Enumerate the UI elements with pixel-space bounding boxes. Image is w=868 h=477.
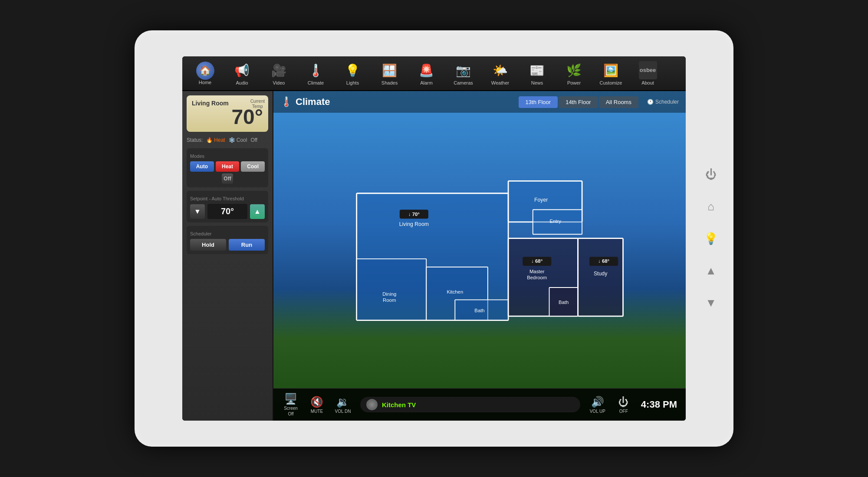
power-nav-icon: 🌿 bbox=[565, 61, 583, 79]
nav-customize[interactable]: 🖼️ Customize bbox=[592, 59, 629, 87]
status-cool[interactable]: ❄️ Cool bbox=[229, 137, 247, 143]
main-content: Living Room CurrentTemp 70° Status: 🔥 He… bbox=[182, 91, 686, 421]
about-nav-icon: osbee bbox=[639, 61, 657, 79]
time-display: 4:38 PM bbox=[641, 399, 677, 410]
bottom-bar: 🖥️ Screen Off 🔇 MUTE 🔉 VOL DN Kitc bbox=[273, 388, 686, 421]
vol-up-button[interactable]: 🔊 VOL UP bbox=[589, 396, 606, 414]
nav-lights[interactable]: 💡 Lights bbox=[334, 59, 371, 87]
news-nav-icon: 📰 bbox=[528, 61, 546, 79]
nav-alarm-label: Alarm bbox=[420, 80, 433, 85]
hold-button[interactable]: Hold bbox=[190, 239, 226, 251]
mute-label: MUTE bbox=[311, 409, 323, 414]
temp-value: 70° bbox=[192, 107, 263, 127]
nav-video-label: Video bbox=[273, 80, 285, 85]
mode-cool-button[interactable]: Cool bbox=[241, 161, 265, 172]
tablet-screen: 🏠 Home 📢 Audio 🎥 Video 🌡️ Climate 💡 Ligh… bbox=[182, 56, 686, 421]
power-button[interactable]: ⏻ bbox=[701, 165, 720, 184]
floor-tab-13[interactable]: 13th Floor bbox=[519, 96, 558, 108]
entry-label: Entry bbox=[549, 218, 561, 223]
off-button[interactable]: ⏻ OFF bbox=[615, 396, 632, 414]
right-bezel-controls: ⏻ ⌂ 💡 ▲ ▼ bbox=[701, 165, 720, 312]
nav-home-label: Home bbox=[199, 80, 211, 85]
master-bedroom-label: Master bbox=[529, 268, 545, 274]
vol-up-icon: 🔊 bbox=[591, 396, 604, 408]
setpoint-label: Setpoint - Auto Threshold bbox=[190, 196, 265, 201]
nav-cameras-label: Cameras bbox=[454, 80, 473, 85]
nav-power[interactable]: 🌿 Power bbox=[556, 59, 592, 87]
master-bedroom-label2: Bedroom bbox=[527, 275, 547, 280]
foyer-label: Foyer bbox=[534, 196, 548, 203]
modes-grid: Auto Heat Cool Off bbox=[190, 161, 265, 184]
scheduler-label: Scheduler bbox=[190, 231, 265, 236]
bath-bottom-label: Bath bbox=[474, 307, 484, 313]
nav-shades[interactable]: 🪟 Shades bbox=[371, 59, 408, 87]
nav-shades-label: Shades bbox=[381, 80, 398, 85]
nav-cameras[interactable]: 📷 Cameras bbox=[445, 59, 482, 87]
status-off[interactable]: Off bbox=[250, 137, 257, 143]
down-bezel-button[interactable]: ▼ bbox=[701, 293, 720, 312]
nav-lights-label: Lights bbox=[346, 80, 359, 85]
weather-nav-icon: 🌤️ bbox=[491, 61, 510, 79]
floor-tab-14[interactable]: 14th Floor bbox=[559, 96, 598, 108]
heat-label: Heat bbox=[214, 137, 225, 143]
scheduler-buttons: Hold Run bbox=[190, 239, 265, 251]
mode-heat-button[interactable]: Heat bbox=[216, 161, 240, 172]
light-bezel-button[interactable]: 💡 bbox=[701, 229, 720, 248]
floor-tab-all[interactable]: All Rooms bbox=[599, 96, 638, 108]
thermometer-icon: 🌡️ bbox=[280, 96, 292, 108]
screen-off-label: Screen bbox=[284, 406, 298, 411]
power-off-icon: ⏻ bbox=[618, 396, 629, 408]
nav-weather-label: Weather bbox=[491, 80, 509, 85]
scheduler-top-button[interactable]: 🕐 Scheduler bbox=[647, 99, 679, 105]
svg-text:↓ 70°: ↓ 70° bbox=[408, 211, 420, 216]
nav-audio-label: Audio bbox=[236, 80, 248, 85]
kitchen-label: Kitchen bbox=[447, 289, 463, 294]
home-bezel-button[interactable]: ⌂ bbox=[701, 197, 720, 216]
video-nav-icon: 🎥 bbox=[270, 61, 288, 79]
nav-about[interactable]: osbee About bbox=[629, 59, 666, 87]
nav-customize-label: Customize bbox=[600, 80, 622, 85]
nav-alarm[interactable]: 🚨 Alarm bbox=[408, 59, 445, 87]
screen-off-button[interactable]: 🖥️ Screen Off bbox=[282, 393, 299, 416]
nav-audio[interactable]: 📢 Audio bbox=[224, 59, 260, 87]
status-heat[interactable]: 🔥 Heat bbox=[206, 137, 225, 143]
climate-title: 🌡️ Climate bbox=[280, 96, 330, 108]
setpoint-section: Setpoint - Auto Threshold ▼ 70° ▲ bbox=[187, 191, 268, 222]
run-button[interactable]: Run bbox=[229, 239, 265, 251]
screen-off-icon: 🖥️ bbox=[284, 393, 297, 405]
mode-auto-button[interactable]: Auto bbox=[190, 161, 214, 172]
nav-weather[interactable]: 🌤️ Weather bbox=[482, 59, 519, 87]
setpoint-value: 70° bbox=[207, 204, 247, 219]
dining-room-label2: Room bbox=[383, 297, 396, 303]
off-label: Off bbox=[250, 137, 257, 143]
vol-down-button[interactable]: 🔉 VOL DN bbox=[334, 396, 352, 414]
up-bezel-button[interactable]: ▲ bbox=[701, 261, 720, 280]
audio-nav-icon: 📢 bbox=[233, 61, 251, 79]
cool-label: Cool bbox=[237, 137, 247, 143]
floor-tabs: 13th Floor 14th Floor All Rooms bbox=[519, 96, 638, 108]
now-playing-bar: Kitchen TV bbox=[360, 397, 580, 412]
floor-plan: ↓ 70° Living Room Dining Room Kitchen Ba… bbox=[273, 113, 686, 388]
vol-down-label: VOL DN bbox=[335, 409, 351, 414]
top-nav: 🏠 Home 📢 Audio 🎥 Video 🌡️ Climate 💡 Ligh… bbox=[182, 56, 686, 91]
now-playing-text: Kitchen TV bbox=[382, 401, 416, 408]
setpoint-down-button[interactable]: ▼ bbox=[190, 204, 205, 219]
mode-off-button[interactable]: Off bbox=[222, 173, 233, 184]
living-room-label: Living Room bbox=[399, 221, 429, 227]
setpoint-up-button[interactable]: ▲ bbox=[250, 204, 265, 219]
nav-climate[interactable]: 🌡️ Climate bbox=[297, 59, 334, 87]
nav-news[interactable]: 📰 News bbox=[519, 59, 556, 87]
clock-icon: 🕐 bbox=[647, 99, 654, 105]
nav-video[interactable]: 🎥 Video bbox=[260, 59, 297, 87]
setpoint-controls: ▼ 70° ▲ bbox=[190, 204, 265, 219]
nav-power-label: Power bbox=[567, 80, 581, 85]
climate-header: 🌡️ Climate 13th Floor 14th Floor All Roo… bbox=[273, 91, 686, 113]
floor-plan-svg: ↓ 70° Living Room Dining Room Kitchen Ba… bbox=[332, 168, 627, 333]
mute-button[interactable]: 🔇 MUTE bbox=[308, 396, 326, 414]
left-sidebar: Living Room CurrentTemp 70° Status: 🔥 He… bbox=[182, 91, 273, 421]
scheduler-top-label: Scheduler bbox=[655, 99, 679, 105]
nav-news-label: News bbox=[531, 80, 543, 85]
modes-section: Modes Auto Heat Cool Off bbox=[187, 148, 268, 187]
nav-home[interactable]: 🏠 Home bbox=[187, 60, 224, 87]
scheduler-section: Scheduler Hold Run bbox=[187, 226, 268, 254]
